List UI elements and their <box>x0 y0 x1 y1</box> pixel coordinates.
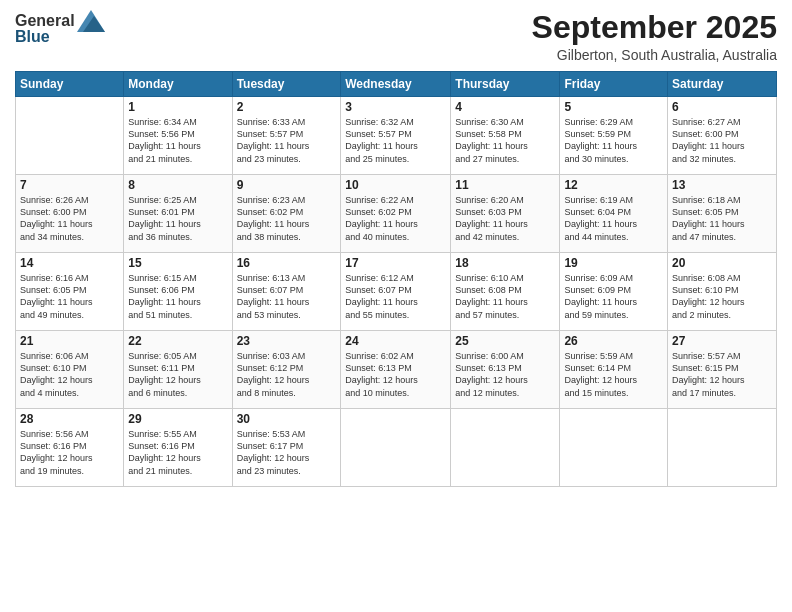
day-number: 2 <box>237 100 337 114</box>
calendar-cell: 24Sunrise: 6:02 AMSunset: 6:13 PMDayligh… <box>341 331 451 409</box>
day-number: 3 <box>345 100 446 114</box>
day-number: 28 <box>20 412 119 426</box>
calendar-cell: 10Sunrise: 6:22 AMSunset: 6:02 PMDayligh… <box>341 175 451 253</box>
calendar-week-row: 1Sunrise: 6:34 AMSunset: 5:56 PMDaylight… <box>16 97 777 175</box>
day-number: 30 <box>237 412 337 426</box>
col-friday: Friday <box>560 72 668 97</box>
day-number: 14 <box>20 256 119 270</box>
calendar-cell: 19Sunrise: 6:09 AMSunset: 6:09 PMDayligh… <box>560 253 668 331</box>
day-number: 20 <box>672 256 772 270</box>
cell-info: Sunrise: 6:33 AMSunset: 5:57 PMDaylight:… <box>237 116 337 165</box>
col-tuesday: Tuesday <box>232 72 341 97</box>
cell-info: Sunrise: 6:05 AMSunset: 6:11 PMDaylight:… <box>128 350 227 399</box>
cell-info: Sunrise: 6:06 AMSunset: 6:10 PMDaylight:… <box>20 350 119 399</box>
cell-info: Sunrise: 6:09 AMSunset: 6:09 PMDaylight:… <box>564 272 663 321</box>
day-number: 6 <box>672 100 772 114</box>
cell-info: Sunrise: 6:20 AMSunset: 6:03 PMDaylight:… <box>455 194 555 243</box>
day-number: 25 <box>455 334 555 348</box>
day-number: 9 <box>237 178 337 192</box>
cell-info: Sunrise: 6:10 AMSunset: 6:08 PMDaylight:… <box>455 272 555 321</box>
col-sunday: Sunday <box>16 72 124 97</box>
calendar-cell: 14Sunrise: 6:16 AMSunset: 6:05 PMDayligh… <box>16 253 124 331</box>
cell-info: Sunrise: 6:26 AMSunset: 6:00 PMDaylight:… <box>20 194 119 243</box>
calendar-cell: 3Sunrise: 6:32 AMSunset: 5:57 PMDaylight… <box>341 97 451 175</box>
cell-info: Sunrise: 6:27 AMSunset: 6:00 PMDaylight:… <box>672 116 772 165</box>
cell-info: Sunrise: 6:30 AMSunset: 5:58 PMDaylight:… <box>455 116 555 165</box>
day-number: 27 <box>672 334 772 348</box>
calendar-week-row: 7Sunrise: 6:26 AMSunset: 6:00 PMDaylight… <box>16 175 777 253</box>
cell-info: Sunrise: 6:03 AMSunset: 6:12 PMDaylight:… <box>237 350 337 399</box>
calendar-cell: 9Sunrise: 6:23 AMSunset: 6:02 PMDaylight… <box>232 175 341 253</box>
day-number: 4 <box>455 100 555 114</box>
cell-info: Sunrise: 5:53 AMSunset: 6:17 PMDaylight:… <box>237 428 337 477</box>
calendar-cell: 23Sunrise: 6:03 AMSunset: 6:12 PMDayligh… <box>232 331 341 409</box>
cell-info: Sunrise: 5:56 AMSunset: 6:16 PMDaylight:… <box>20 428 119 477</box>
day-number: 19 <box>564 256 663 270</box>
calendar-cell: 12Sunrise: 6:19 AMSunset: 6:04 PMDayligh… <box>560 175 668 253</box>
cell-info: Sunrise: 6:25 AMSunset: 6:01 PMDaylight:… <box>128 194 227 243</box>
cell-info: Sunrise: 6:23 AMSunset: 6:02 PMDaylight:… <box>237 194 337 243</box>
calendar-cell <box>16 97 124 175</box>
cell-info: Sunrise: 5:55 AMSunset: 6:16 PMDaylight:… <box>128 428 227 477</box>
day-number: 29 <box>128 412 227 426</box>
calendar-week-row: 21Sunrise: 6:06 AMSunset: 6:10 PMDayligh… <box>16 331 777 409</box>
calendar-cell: 16Sunrise: 6:13 AMSunset: 6:07 PMDayligh… <box>232 253 341 331</box>
col-monday: Monday <box>124 72 232 97</box>
location-title: Gilberton, South Australia, Australia <box>532 47 777 63</box>
calendar-cell: 22Sunrise: 6:05 AMSunset: 6:11 PMDayligh… <box>124 331 232 409</box>
cell-info: Sunrise: 6:13 AMSunset: 6:07 PMDaylight:… <box>237 272 337 321</box>
day-number: 15 <box>128 256 227 270</box>
calendar-cell: 28Sunrise: 5:56 AMSunset: 6:16 PMDayligh… <box>16 409 124 487</box>
calendar-cell: 18Sunrise: 6:10 AMSunset: 6:08 PMDayligh… <box>451 253 560 331</box>
cell-info: Sunrise: 5:59 AMSunset: 6:14 PMDaylight:… <box>564 350 663 399</box>
calendar-cell: 5Sunrise: 6:29 AMSunset: 5:59 PMDaylight… <box>560 97 668 175</box>
calendar-cell: 27Sunrise: 5:57 AMSunset: 6:15 PMDayligh… <box>668 331 777 409</box>
cell-info: Sunrise: 6:08 AMSunset: 6:10 PMDaylight:… <box>672 272 772 321</box>
calendar-week-row: 28Sunrise: 5:56 AMSunset: 6:16 PMDayligh… <box>16 409 777 487</box>
calendar-cell: 2Sunrise: 6:33 AMSunset: 5:57 PMDaylight… <box>232 97 341 175</box>
day-number: 16 <box>237 256 337 270</box>
day-number: 24 <box>345 334 446 348</box>
col-saturday: Saturday <box>668 72 777 97</box>
day-number: 21 <box>20 334 119 348</box>
calendar-week-row: 14Sunrise: 6:16 AMSunset: 6:05 PMDayligh… <box>16 253 777 331</box>
cell-info: Sunrise: 6:00 AMSunset: 6:13 PMDaylight:… <box>455 350 555 399</box>
day-number: 8 <box>128 178 227 192</box>
cell-info: Sunrise: 6:34 AMSunset: 5:56 PMDaylight:… <box>128 116 227 165</box>
calendar-header-row: Sunday Monday Tuesday Wednesday Thursday… <box>16 72 777 97</box>
calendar: Sunday Monday Tuesday Wednesday Thursday… <box>15 71 777 487</box>
cell-info: Sunrise: 6:19 AMSunset: 6:04 PMDaylight:… <box>564 194 663 243</box>
cell-info: Sunrise: 6:32 AMSunset: 5:57 PMDaylight:… <box>345 116 446 165</box>
calendar-cell: 21Sunrise: 6:06 AMSunset: 6:10 PMDayligh… <box>16 331 124 409</box>
calendar-cell <box>341 409 451 487</box>
calendar-cell <box>451 409 560 487</box>
cell-info: Sunrise: 6:16 AMSunset: 6:05 PMDaylight:… <box>20 272 119 321</box>
calendar-cell: 26Sunrise: 5:59 AMSunset: 6:14 PMDayligh… <box>560 331 668 409</box>
day-number: 13 <box>672 178 772 192</box>
calendar-cell: 8Sunrise: 6:25 AMSunset: 6:01 PMDaylight… <box>124 175 232 253</box>
title-area: September 2025 Gilberton, South Australi… <box>532 10 777 63</box>
cell-info: Sunrise: 6:02 AMSunset: 6:13 PMDaylight:… <box>345 350 446 399</box>
day-number: 1 <box>128 100 227 114</box>
page: General Blue September 2025 Gilberton, S… <box>0 0 792 612</box>
col-thursday: Thursday <box>451 72 560 97</box>
header: General Blue September 2025 Gilberton, S… <box>15 10 777 63</box>
calendar-cell: 15Sunrise: 6:15 AMSunset: 6:06 PMDayligh… <box>124 253 232 331</box>
day-number: 26 <box>564 334 663 348</box>
calendar-cell: 11Sunrise: 6:20 AMSunset: 6:03 PMDayligh… <box>451 175 560 253</box>
month-title: September 2025 <box>532 10 777 45</box>
calendar-cell: 7Sunrise: 6:26 AMSunset: 6:00 PMDaylight… <box>16 175 124 253</box>
calendar-cell <box>668 409 777 487</box>
calendar-cell: 4Sunrise: 6:30 AMSunset: 5:58 PMDaylight… <box>451 97 560 175</box>
calendar-cell <box>560 409 668 487</box>
calendar-cell: 6Sunrise: 6:27 AMSunset: 6:00 PMDaylight… <box>668 97 777 175</box>
day-number: 17 <box>345 256 446 270</box>
calendar-cell: 30Sunrise: 5:53 AMSunset: 6:17 PMDayligh… <box>232 409 341 487</box>
cell-info: Sunrise: 6:15 AMSunset: 6:06 PMDaylight:… <box>128 272 227 321</box>
logo-icon <box>77 10 105 32</box>
day-number: 10 <box>345 178 446 192</box>
day-number: 18 <box>455 256 555 270</box>
cell-info: Sunrise: 6:18 AMSunset: 6:05 PMDaylight:… <box>672 194 772 243</box>
cell-info: Sunrise: 6:12 AMSunset: 6:07 PMDaylight:… <box>345 272 446 321</box>
calendar-cell: 25Sunrise: 6:00 AMSunset: 6:13 PMDayligh… <box>451 331 560 409</box>
